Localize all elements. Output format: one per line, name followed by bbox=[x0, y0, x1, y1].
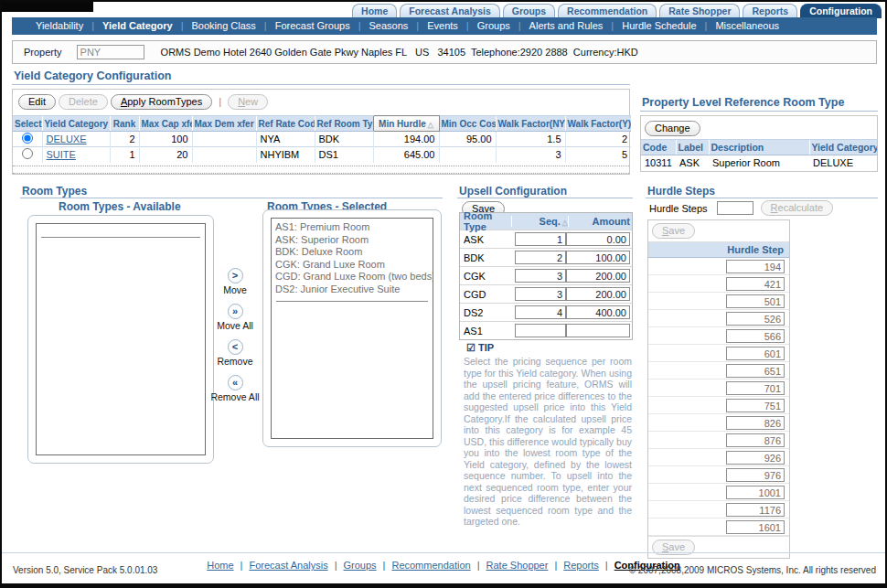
seq-input[interactable] bbox=[515, 305, 566, 319]
amount-input[interactable] bbox=[566, 324, 630, 337]
col-seq[interactable]: Seq.△ bbox=[511, 216, 568, 227]
new-button: New bbox=[228, 94, 268, 110]
subnav-item[interactable]: Hurdle Schedule bbox=[603, 20, 696, 31]
subnav-item[interactable]: Alerts and Rules bbox=[510, 20, 604, 31]
subnav-item[interactable]: Booking Class bbox=[173, 20, 256, 31]
select-cell bbox=[13, 147, 42, 163]
top-tab[interactable]: Reports bbox=[743, 4, 797, 18]
amount-input[interactable] bbox=[566, 305, 630, 319]
selected-room-type-item[interactable]: ASK: Superior Room bbox=[272, 234, 433, 247]
top-tab[interactable]: Rate Shopper bbox=[659, 4, 740, 18]
shuttle-arrow-icon[interactable]: < bbox=[228, 339, 243, 355]
col-ref-room-type[interactable]: Ref Room Type bbox=[315, 116, 373, 132]
col-rank[interactable]: Rank bbox=[110, 116, 139, 132]
upsell-row: ASK bbox=[460, 230, 632, 248]
apply-roomtypes-button[interactable]: Apply RoomTypes bbox=[111, 94, 212, 110]
col-walk-factor-y[interactable]: Walk Factor(Y) bbox=[565, 116, 631, 132]
selected-room-type-item[interactable]: CGD: Grand Luxe Room (two beds) bbox=[272, 271, 433, 283]
yield-category-row: SUITE 1 20 NHYIBM DS1 645.00 3 5 bbox=[13, 147, 631, 163]
col-ref-rate-code[interactable]: Ref Rate Code bbox=[256, 116, 315, 132]
property-input[interactable] bbox=[77, 45, 144, 59]
col-max-dem-xfer[interactable]: Max Dem xfer bbox=[192, 116, 256, 132]
min-occ-cost-cell: 95.00 bbox=[439, 132, 496, 147]
hurdle-step-input[interactable] bbox=[726, 347, 785, 360]
ref-room-type-cell: DS1 bbox=[315, 147, 373, 163]
hurdle-step-input[interactable] bbox=[726, 503, 785, 517]
top-tab[interactable]: Home bbox=[352, 4, 397, 18]
footer-link[interactable]: Reports bbox=[563, 560, 599, 571]
footer-link[interactable]: Groups bbox=[344, 560, 377, 571]
footer-link[interactable]: Forecast Analysis bbox=[249, 560, 327, 571]
seq-input[interactable] bbox=[515, 232, 566, 246]
top-tab[interactable]: Recommendation bbox=[558, 4, 657, 18]
amount-input[interactable] bbox=[566, 287, 630, 301]
shuttle-button[interactable]: < Remove bbox=[208, 337, 262, 367]
ref-room-type-cell: BDK bbox=[315, 132, 373, 147]
hurdle-step-input[interactable] bbox=[726, 416, 785, 430]
hurdle-step-input[interactable] bbox=[726, 468, 785, 482]
shuttle-button[interactable]: » Move All bbox=[208, 302, 262, 331]
amount-input[interactable] bbox=[566, 251, 630, 264]
change-button[interactable]: Change bbox=[645, 121, 700, 136]
hurdle-steps-count-input[interactable] bbox=[717, 201, 753, 215]
hurdle-step-input[interactable] bbox=[726, 364, 785, 378]
shuttle-button[interactable]: > Move bbox=[208, 266, 262, 295]
hurdle-step-input[interactable] bbox=[726, 381, 785, 395]
yield-category-link[interactable]: SUITE bbox=[47, 149, 76, 160]
shuttle-arrow-icon[interactable]: « bbox=[228, 375, 243, 390]
seq-input[interactable] bbox=[515, 251, 566, 264]
top-tab[interactable]: Forecast Analysis bbox=[400, 4, 500, 18]
seq-input[interactable] bbox=[515, 287, 566, 301]
selected-room-type-item[interactable]: DS2: Junior Executive Suite bbox=[272, 283, 433, 296]
hurdle-step-input[interactable] bbox=[726, 294, 785, 308]
hurdle-step-input[interactable] bbox=[726, 329, 785, 343]
room-types-selected-listbox[interactable]: AS1: Premium RoomASK: Superior RoomBDK: … bbox=[271, 218, 433, 439]
hurdle-step-input[interactable] bbox=[726, 486, 785, 499]
yield-category-link[interactable]: DELUXE bbox=[47, 134, 87, 144]
seq-input[interactable] bbox=[515, 269, 566, 283]
select-radio[interactable] bbox=[22, 133, 33, 144]
shuttle-arrow-icon[interactable]: » bbox=[228, 304, 243, 319]
selected-room-type-item[interactable]: BDK: Deluxe Room bbox=[272, 246, 433, 259]
hurdle-step-input[interactable] bbox=[726, 260, 785, 273]
select-radio[interactable] bbox=[22, 148, 33, 159]
hurdle-step-input[interactable] bbox=[726, 451, 785, 465]
shuttle-button[interactable]: « Remove All bbox=[208, 373, 262, 402]
hurdle-step-input[interactable] bbox=[726, 277, 785, 291]
subnav-item[interactable]: Yield Category bbox=[83, 20, 172, 31]
amount-input[interactable] bbox=[566, 269, 630, 283]
subnav-item[interactable]: Yieldability bbox=[36, 20, 83, 31]
col-max-cap-xfer[interactable]: Max Cap xfer bbox=[139, 116, 192, 132]
yield-category-configuration-title: Yield Category Configuration bbox=[14, 69, 171, 82]
hurdle-step-input[interactable] bbox=[726, 520, 785, 534]
footer-link[interactable]: Recommendation bbox=[391, 560, 470, 571]
footer-link[interactable]: Rate Shopper bbox=[486, 560, 549, 571]
amount-input[interactable] bbox=[566, 232, 630, 246]
top-tab[interactable]: Configuration bbox=[800, 4, 882, 18]
selected-room-type-item[interactable]: AS1: Premium Room bbox=[272, 221, 433, 234]
edit-button[interactable]: Edit bbox=[18, 94, 56, 110]
seq-cell bbox=[510, 324, 566, 337]
property-label: Property bbox=[24, 47, 62, 58]
hurdle-step-input[interactable] bbox=[726, 433, 785, 447]
subnav-item[interactable]: Events bbox=[408, 20, 458, 31]
walk-factor-ny-cell: 3 bbox=[496, 147, 565, 163]
col-walk-factor-ny[interactable]: Walk Factor(NY) bbox=[496, 116, 565, 132]
col-min-hurdle-sorted[interactable]: Min Hurdle△ bbox=[373, 116, 439, 132]
subnav-item[interactable]: Miscellaneous bbox=[697, 20, 780, 31]
room-types-available-title: Room Types - Available bbox=[59, 200, 181, 213]
room-types-available-listbox[interactable] bbox=[36, 223, 206, 455]
col-yield-category[interactable]: Yield Category bbox=[42, 116, 110, 132]
seq-input[interactable] bbox=[515, 324, 566, 337]
selected-room-type-item[interactable]: CGK: Grand Luxe Room bbox=[272, 259, 433, 272]
footer-link[interactable]: Home bbox=[207, 560, 233, 571]
subnav-item[interactable]: Forecast Groups bbox=[256, 20, 350, 31]
hurdle-step-input[interactable] bbox=[726, 399, 785, 412]
col-amount[interactable]: Amount bbox=[568, 216, 632, 227]
col-min-occ-cost[interactable]: Min Occ Cost bbox=[439, 116, 496, 132]
subnav-item[interactable]: Groups bbox=[458, 20, 510, 31]
shuttle-arrow-icon[interactable]: > bbox=[228, 268, 243, 283]
top-tab[interactable]: Groups bbox=[503, 4, 555, 18]
subnav-item[interactable]: Seasons bbox=[350, 20, 409, 31]
hurdle-step-input[interactable] bbox=[726, 312, 785, 326]
